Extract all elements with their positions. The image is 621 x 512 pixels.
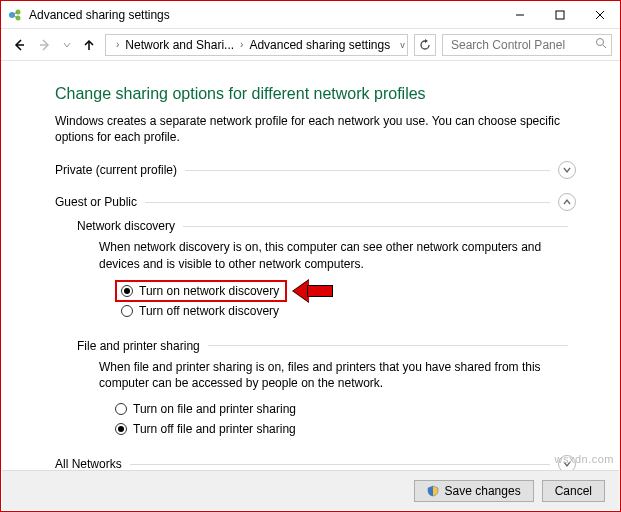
radio-label[interactable]: Turn on network discovery xyxy=(139,284,279,298)
app-icon xyxy=(7,7,23,23)
subsection-desc: When file and printer sharing is on, fil… xyxy=(99,359,576,391)
chevron-down-icon[interactable] xyxy=(558,161,576,179)
page-title: Change sharing options for different net… xyxy=(55,85,576,103)
close-button[interactable] xyxy=(580,1,620,29)
titlebar: Advanced sharing settings xyxy=(1,1,620,29)
up-button[interactable] xyxy=(79,35,99,55)
watermark: wsxdn.com xyxy=(554,453,614,465)
divider xyxy=(130,464,550,465)
breadcrumb-item[interactable]: Network and Shari... xyxy=(125,38,234,52)
section-guest-public[interactable]: Guest or Public xyxy=(55,193,576,211)
forward-button[interactable] xyxy=(35,35,55,55)
radio-network-discovery-on[interactable] xyxy=(121,285,133,297)
divider xyxy=(185,170,550,171)
svg-point-15 xyxy=(597,39,604,46)
maximize-button[interactable] xyxy=(540,1,580,29)
search-icon xyxy=(595,37,607,52)
search-input[interactable] xyxy=(449,37,605,53)
radio-file-sharing-off[interactable] xyxy=(115,423,127,435)
subsection-desc: When network discovery is on, this compu… xyxy=(99,239,576,271)
arrow-annotation xyxy=(293,280,333,302)
chevron-up-icon[interactable] xyxy=(558,193,576,211)
section-label: Private (current profile) xyxy=(55,163,177,177)
breadcrumb-item[interactable]: Advanced sharing settings xyxy=(249,38,390,52)
button-label: Cancel xyxy=(555,484,592,498)
radio-network-discovery-off[interactable] xyxy=(121,305,133,317)
chevron-down-icon[interactable]: v xyxy=(398,40,407,50)
window-title: Advanced sharing settings xyxy=(29,8,500,22)
chevron-right-icon: › xyxy=(238,39,245,50)
svg-rect-6 xyxy=(556,11,564,19)
refresh-button[interactable] xyxy=(414,34,436,56)
page-intro: Windows creates a separate network profi… xyxy=(55,113,576,145)
radio-file-sharing-on[interactable] xyxy=(115,403,127,415)
search-box[interactable] xyxy=(442,34,612,56)
footer: Save changes Cancel xyxy=(2,470,619,510)
chevron-right-icon: › xyxy=(114,39,121,50)
breadcrumb[interactable]: › Network and Shari... › Advanced sharin… xyxy=(105,34,408,56)
back-button[interactable] xyxy=(9,35,29,55)
divider xyxy=(145,202,550,203)
minimize-button[interactable] xyxy=(500,1,540,29)
navbar: › Network and Shari... › Advanced sharin… xyxy=(1,29,620,61)
section-label: Guest or Public xyxy=(55,195,137,209)
divider xyxy=(208,345,568,346)
recent-dropdown[interactable] xyxy=(61,35,73,55)
divider xyxy=(183,226,568,227)
subsection-network-discovery: Network discovery xyxy=(77,219,576,233)
section-private[interactable]: Private (current profile) xyxy=(55,161,576,179)
subsection-title: File and printer sharing xyxy=(77,339,200,353)
save-changes-button[interactable]: Save changes xyxy=(414,480,534,502)
radio-label[interactable]: Turn off network discovery xyxy=(139,304,279,318)
radio-label[interactable]: Turn on file and printer sharing xyxy=(133,402,296,416)
subsection-title: Network discovery xyxy=(77,219,175,233)
radio-label[interactable]: Turn off file and printer sharing xyxy=(133,422,296,436)
content-area: Change sharing options for different net… xyxy=(1,61,620,477)
svg-line-16 xyxy=(603,45,606,48)
highlight-annotation: Turn on network discovery xyxy=(115,280,287,302)
subsection-file-printer-sharing: File and printer sharing xyxy=(77,339,576,353)
cancel-button[interactable]: Cancel xyxy=(542,480,605,502)
button-label: Save changes xyxy=(445,484,521,498)
shield-icon xyxy=(427,485,439,497)
